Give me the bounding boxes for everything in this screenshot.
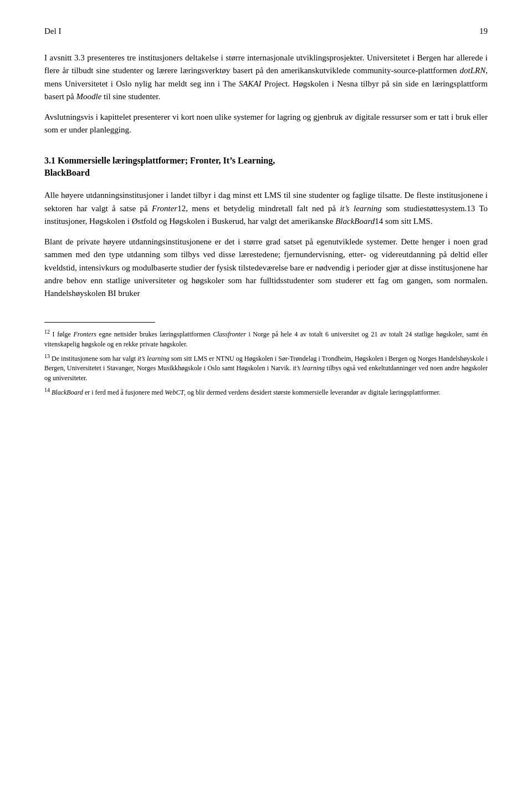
footnote-divider	[44, 322, 155, 323]
paragraph-2: Avslutningsvis i kapittelet presenterer …	[44, 111, 488, 137]
section-heading-3-1: 3.1 Kommersielle læringsplattformer; Fro…	[44, 155, 488, 180]
paragraph-1: I avsnitt 3.3 presenteres tre institusjo…	[44, 52, 488, 103]
footnote-13: 13 De institusjonene som har valgt it’s …	[44, 352, 488, 383]
section-paragraph-2: Blant de private høyere utdanningsinstit…	[44, 236, 488, 300]
page: Del I 19 I avsnitt 3.3 presenteres tre i…	[0, 0, 532, 435]
page-header: Del I 19	[44, 27, 488, 36]
footnote-12: 12 I følge Fronters egne nettsider bruke…	[44, 328, 488, 349]
page-number: 19	[479, 27, 488, 36]
chapter-title: Del I	[44, 27, 61, 36]
section-paragraph-1: Alle høyere utdanningsinstitusjoner i la…	[44, 189, 488, 228]
footnote-14: 14 BlackBoard er i ferd med å fusjonere …	[44, 386, 488, 397]
